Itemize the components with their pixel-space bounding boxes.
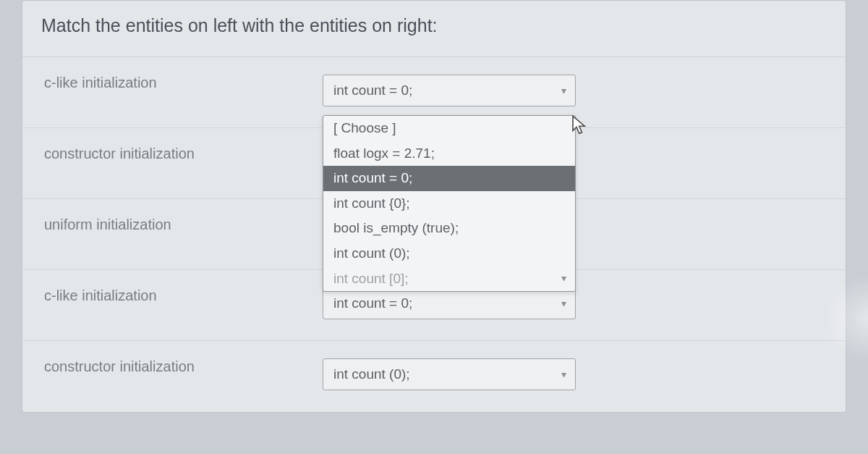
match-right-cell: int count = 0; ▾ xyxy=(315,57,846,124)
answer-select[interactable]: int count = 0; ▾ xyxy=(323,287,576,319)
dropdown-option[interactable]: bool is_empty (true); xyxy=(323,216,575,241)
dropdown-option[interactable]: [ Choose ] xyxy=(323,116,575,141)
select-value: int count = 0; xyxy=(333,295,412,311)
chevron-down-icon: ▾ xyxy=(561,85,566,96)
answer-select[interactable]: int count = 0; ▾ xyxy=(323,75,576,106)
dropdown-option[interactable]: float logx = 2.71; xyxy=(323,141,575,167)
select-value: int count = 0; xyxy=(333,83,412,98)
match-right-cell: int count (0); ▾ xyxy=(315,341,846,408)
match-left-label: uniform initialization xyxy=(22,199,315,251)
question-prompt: Match the entities on left with the enti… xyxy=(22,1,846,57)
question-container: Match the entities on left with the enti… xyxy=(22,0,846,413)
match-row: constructor initialization int count (0)… xyxy=(22,341,846,412)
chevron-down-icon: ▾ xyxy=(561,272,566,284)
dropdown-option[interactable]: int count (0); xyxy=(323,241,575,266)
chevron-down-icon: ▾ xyxy=(561,298,566,309)
dropdown-option-selected[interactable]: int count = 0; xyxy=(323,166,575,191)
chevron-down-icon: ▾ xyxy=(561,369,566,380)
select-value: int count (0); xyxy=(333,366,410,382)
match-row: constructor initialization [ Choose ] fl… xyxy=(22,128,846,199)
match-right-cell: [ Choose ] float logx = 2.71; int count … xyxy=(315,128,846,163)
match-left-label: c-like initialization xyxy=(22,57,315,109)
match-left-label: constructor initialization xyxy=(22,128,315,180)
dropdown-option[interactable]: int count [0]; xyxy=(323,266,575,292)
match-left-label: c-like initialization xyxy=(22,270,315,321)
answer-select[interactable]: int count (0); ▾ xyxy=(323,358,576,390)
answer-dropdown-open[interactable]: [ Choose ] float logx = 2.71; int count … xyxy=(323,115,576,292)
dropdown-option[interactable]: int count {0}; xyxy=(323,191,575,217)
match-left-label: constructor initialization xyxy=(22,341,315,392)
